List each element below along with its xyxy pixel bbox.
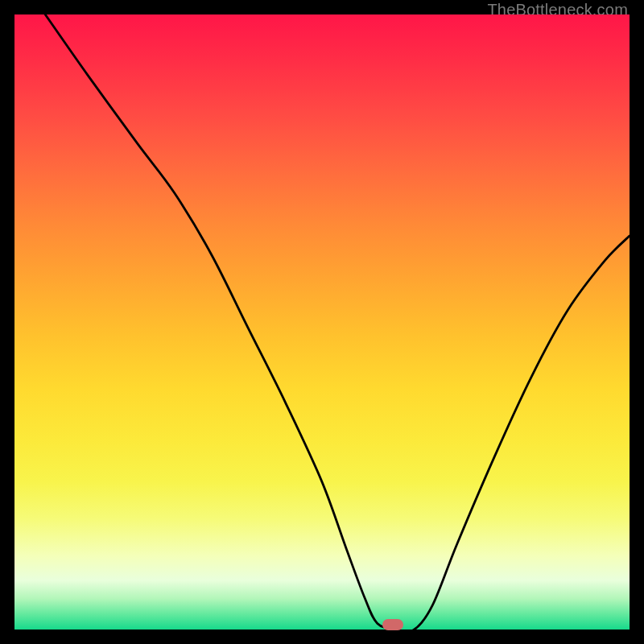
chart-frame: TheBottleneck.com (0, 0, 644, 644)
curve-svg (14, 14, 630, 630)
min-marker (382, 619, 403, 630)
plot-area (14, 14, 630, 630)
bottleneck-curve (45, 14, 630, 630)
